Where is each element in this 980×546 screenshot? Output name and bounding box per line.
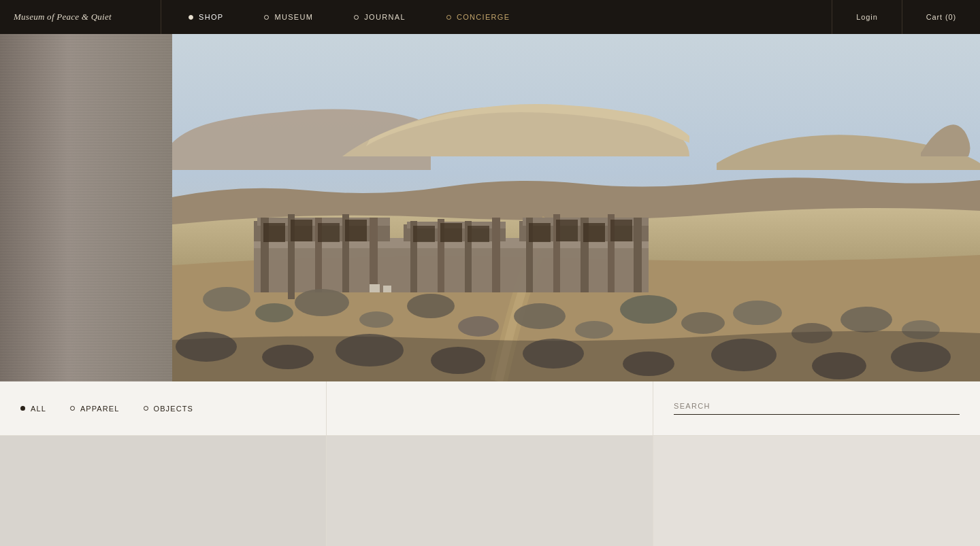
search-area: [653, 381, 980, 435]
product-image-1: [0, 436, 326, 546]
product-image-2: [327, 436, 653, 546]
svg-point-45: [681, 312, 725, 334]
svg-point-38: [295, 289, 349, 316]
hero-left-panel: [0, 34, 172, 381]
nav-dot-shop: [189, 15, 193, 20]
svg-rect-28: [440, 223, 462, 242]
svg-point-46: [733, 301, 782, 325]
hero-section: [0, 34, 980, 381]
svg-rect-26: [345, 220, 367, 241]
svg-rect-35: [383, 286, 391, 292]
nav-dot-journal: [354, 15, 359, 20]
site-header: Museum of Peace & Quiet SHOP MUSEUM JOUR…: [0, 0, 980, 34]
svg-point-36: [203, 287, 250, 311]
svg-point-43: [575, 321, 613, 339]
svg-point-44: [620, 295, 677, 324]
filter-all[interactable]: ALL: [20, 405, 46, 413]
svg-rect-29: [468, 226, 489, 242]
svg-rect-17: [492, 218, 500, 292]
product-image-3: [653, 436, 980, 546]
svg-point-48: [840, 307, 892, 332]
filter-dot-objects: [144, 406, 148, 411]
nav-dot-concierge: [446, 15, 451, 20]
svg-rect-24: [291, 220, 312, 241]
nav-item-concierge[interactable]: CONCIERGE: [446, 13, 510, 21]
svg-rect-22: [634, 218, 642, 292]
svg-rect-27: [413, 226, 435, 242]
svg-point-42: [514, 303, 566, 329]
header-actions: Login Cart (0): [832, 0, 980, 34]
svg-rect-34: [370, 284, 380, 292]
svg-rect-32: [583, 223, 605, 242]
svg-rect-31: [556, 220, 578, 241]
filter-spacer: [327, 381, 653, 435]
filter-bar: ALL APPAREL OBJECTS: [0, 381, 980, 436]
search-input[interactable]: [674, 402, 960, 415]
svg-point-41: [458, 316, 499, 337]
hero-image: [172, 34, 980, 381]
product-card-2[interactable]: [327, 436, 653, 546]
svg-rect-30: [529, 223, 551, 242]
svg-point-39: [359, 311, 393, 328]
svg-point-37: [255, 303, 293, 322]
nav-item-museum[interactable]: MUSEUM: [264, 13, 313, 21]
login-button[interactable]: Login: [832, 0, 901, 34]
svg-rect-25: [318, 223, 340, 242]
filter-dot-all: [20, 406, 25, 411]
nav-item-journal[interactable]: JOURNAL: [354, 13, 406, 21]
nav-item-shop[interactable]: SHOP: [189, 13, 223, 21]
cart-button[interactable]: Cart (0): [902, 0, 980, 34]
svg-rect-33: [610, 220, 632, 241]
product-card-1[interactable]: [0, 436, 327, 546]
product-grid: [0, 436, 980, 546]
filter-apparel[interactable]: APPAREL: [70, 405, 120, 413]
site-logo[interactable]: Museum of Peace & Quiet: [0, 0, 161, 34]
main-nav: SHOP MUSEUM JOURNAL CONCIERGE: [161, 0, 832, 34]
filter-options: ALL APPAREL OBJECTS: [0, 381, 327, 435]
svg-rect-23: [263, 223, 285, 242]
svg-rect-13: [370, 218, 378, 292]
filter-objects[interactable]: OBJECTS: [144, 405, 193, 413]
filter-dot-apparel: [70, 406, 75, 411]
product-card-3[interactable]: [653, 436, 980, 546]
nav-dot-museum: [264, 15, 269, 20]
svg-point-40: [407, 294, 455, 318]
